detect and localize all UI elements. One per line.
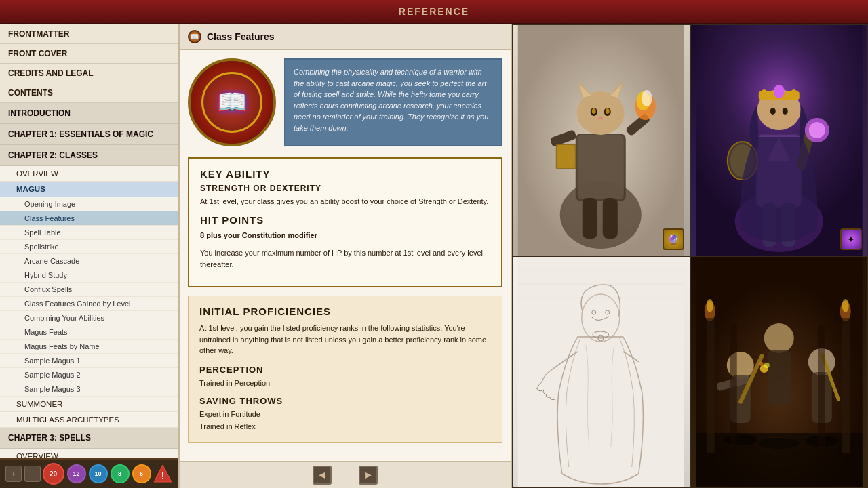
sidebar-item-sample-magus-3[interactable]: Sample Magus 3: [0, 382, 178, 396]
svg-point-72: [706, 299, 713, 312]
sidebar-item-magus[interactable]: MAGUS: [0, 182, 178, 197]
sidebar-item-credits-legal[interactable]: CREDITS AND LEGAL: [0, 64, 178, 83]
sidebar-item-arcane-cascade[interactable]: Arcane Cascade: [0, 254, 178, 268]
svg-point-14: [606, 108, 610, 114]
panel-1-corner-icon: 🔮: [663, 228, 684, 250]
main-layout: FRONTMATTER FRONT COVER CREDITS AND LEGA…: [0, 24, 868, 488]
intro-text: Combining the physicality and technique …: [294, 66, 493, 134]
emblem-book-icon: 📖: [217, 88, 248, 117]
hit-points-heading: HIT POINTS: [200, 214, 490, 226]
svg-rect-22: [603, 198, 618, 239]
die-d6[interactable]: 6: [132, 464, 151, 483]
hit-points-bold-text: 8 plus your Constitution modifier: [200, 231, 317, 239]
sidebar-item-magus-feats[interactable]: Magus Feats: [0, 325, 178, 340]
panel-1: 🔮: [512, 24, 690, 256]
svg-point-36: [770, 108, 775, 115]
sidebar-item-sample-magus-1[interactable]: Sample Magus 1: [0, 354, 178, 368]
sidebar-item-sample-magus-2[interactable]: Sample Magus 2: [0, 368, 178, 382]
svg-rect-77: [730, 325, 736, 447]
sidebar-item-overview[interactable]: OVERVIEW: [0, 166, 178, 182]
svg-rect-75: [706, 318, 714, 453]
content-body: 📖 Combining the physicality and techniqu…: [180, 50, 511, 451]
sidebar-item-magus-feats-name[interactable]: Magus Feats by Name: [0, 340, 178, 354]
die-d20[interactable]: 20: [43, 463, 64, 485]
svg-rect-78: [818, 325, 825, 447]
svg-rect-61: [767, 350, 791, 405]
sidebar-item-combining-abilities[interactable]: Combining Your Abilities: [0, 311, 178, 325]
nav-next-button[interactable]: ►: [359, 466, 378, 485]
svg-point-20: [642, 90, 652, 106]
sidebar-item-multiclass[interactable]: MULTICLASS ARCHETYPES: [0, 412, 178, 428]
panel-1-art: [513, 25, 690, 256]
die-d8[interactable]: 8: [111, 464, 130, 483]
prof-item-reflex: Trained in Reflex: [199, 421, 491, 433]
panel-4: [690, 256, 869, 488]
content-nav: ◄ ►: [180, 461, 511, 488]
svg-rect-24: [557, 145, 575, 168]
die-d12[interactable]: 12: [67, 464, 86, 483]
svg-rect-5: [578, 135, 624, 199]
svg-point-74: [842, 299, 848, 312]
content-scroll[interactable]: 📖 Combining the physicality and techniqu…: [180, 50, 511, 461]
sidebar-item-chapter3[interactable]: CHAPTER 3: SPELLS: [0, 428, 178, 449]
remove-button[interactable]: −: [24, 466, 41, 482]
nav-prev-button[interactable]: ◄: [313, 466, 332, 485]
class-emblem: 📖: [188, 58, 276, 146]
warning-icon[interactable]: !: [153, 464, 173, 484]
die-d10[interactable]: 10: [89, 464, 108, 483]
sidebar: FRONTMATTER FRONT COVER CREDITS AND LEGA…: [0, 24, 180, 488]
panel-3-art: [513, 257, 690, 487]
key-ability-body: At 1st level, your class gives you an ab…: [200, 196, 490, 207]
sidebar-scroll[interactable]: FRONTMATTER FRONT COVER CREDITS AND LEGA…: [0, 24, 178, 458]
hit-points-body: You increase your maximum number of HP b…: [200, 247, 490, 270]
sidebar-bottom-controls: + − 20 12 10 8 6 !: [0, 458, 178, 488]
class-icon-glyph: 📖: [190, 33, 199, 41]
sidebar-item-frontmatter[interactable]: FRONTMATTER: [0, 24, 178, 44]
prof-category-perception: PERCEPTION: [199, 365, 491, 375]
svg-rect-76: [842, 318, 850, 453]
svg-point-42: [808, 122, 825, 138]
hit-points-bold: 8 plus your Constitution modifier: [200, 230, 490, 241]
content-title: Class Features: [207, 31, 275, 42]
sidebar-item-class-features[interactable]: Class Features: [0, 211, 178, 226]
sidebar-item-chapter1[interactable]: CHAPTER 1: ESSENTIALS OF MAGIC: [0, 124, 178, 145]
svg-point-68: [723, 434, 757, 445]
svg-rect-45: [518, 257, 684, 487]
sidebar-item-overview2[interactable]: OVERVIEW: [0, 449, 178, 458]
class-icon: 📖: [188, 30, 201, 43]
svg-point-37: [782, 108, 787, 115]
key-ability-subheading: STRENGTH OR DEXTERITY: [200, 184, 490, 193]
svg-text:!: !: [161, 470, 165, 481]
sidebar-item-chapter2[interactable]: CHAPTER 2: CLASSES: [0, 145, 178, 166]
prof-category-saving-throws: SAVING THROWS: [199, 396, 491, 406]
sidebar-item-contents[interactable]: CONTENTS: [0, 83, 178, 103]
sidebar-item-class-features-gained[interactable]: Class Features Gained by Level: [0, 297, 178, 311]
panel-4-art: [691, 257, 868, 487]
top-bar: Reference: [0, 0, 868, 24]
sidebar-item-introduction[interactable]: INTRODUCTION: [0, 103, 178, 124]
svg-point-6: [577, 92, 625, 135]
app-title: Reference: [399, 6, 469, 17]
sidebar-item-conflux-spells[interactable]: Conflux Spells: [0, 283, 178, 297]
proficiencies-heading: INITIAL PROFICIENCIES: [199, 306, 491, 317]
key-ability-section: KEY ABILITY STRENGTH OR DEXTERITY At 1st…: [188, 157, 502, 287]
dice-container: 20 12 10 8 6: [43, 463, 151, 485]
sidebar-item-hybrid-study[interactable]: Hybrid Study: [0, 268, 178, 283]
sidebar-item-front-cover[interactable]: FRONT COVER: [0, 44, 178, 64]
right-panels: 🔮: [512, 24, 868, 488]
add-button[interactable]: +: [5, 466, 22, 482]
svg-point-60: [764, 323, 793, 353]
svg-point-66: [759, 362, 763, 366]
sidebar-item-spellstrike[interactable]: Spellstrike: [0, 240, 178, 254]
svg-rect-21: [583, 198, 597, 239]
sidebar-item-summoner[interactable]: SUMMONER: [0, 396, 178, 412]
panel-3: [512, 256, 690, 488]
intro-section: 📖 Combining the physicality and techniqu…: [188, 58, 502, 146]
svg-point-34: [760, 89, 767, 98]
sidebar-item-spell-table[interactable]: Spell Table: [0, 226, 178, 240]
svg-point-13: [592, 108, 596, 114]
svg-point-33: [773, 85, 784, 98]
emblem-inner: 📖: [201, 72, 262, 133]
panel-2-corner-icon: ✦: [840, 228, 862, 250]
sidebar-item-opening-image[interactable]: Opening Image: [0, 197, 178, 211]
